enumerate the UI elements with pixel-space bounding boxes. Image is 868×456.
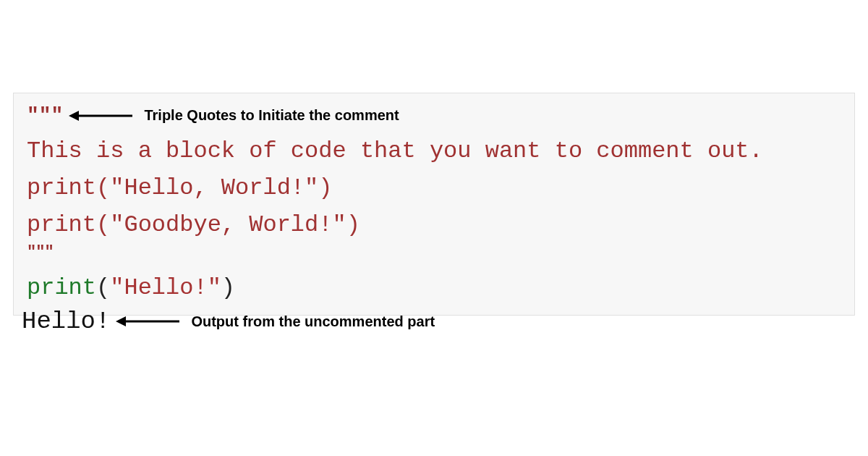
arrow-left-icon: [69, 109, 134, 123]
comment-paren-open: (: [96, 211, 110, 238]
svg-marker-1: [69, 111, 79, 121]
closing-triple-quote: """: [27, 242, 841, 263]
comment-line-3: print("Goodbye, World!"): [27, 209, 841, 240]
svg-marker-3: [116, 316, 126, 326]
arrow-left-icon: [116, 314, 181, 329]
comment-string: "Hello, World!": [110, 174, 318, 201]
close-paren: ): [221, 274, 235, 301]
open-paren: (: [96, 274, 110, 301]
active-code-line: print("Hello!"): [27, 272, 841, 303]
string-literal: "Hello!": [110, 274, 221, 301]
comment-line-1: This is a block of code that you want to…: [27, 135, 841, 166]
output-text: Hello!: [22, 308, 110, 335]
comment-paren-close: ): [318, 174, 332, 201]
print-identifier: print: [27, 274, 96, 301]
comment-ident: print: [27, 174, 96, 201]
opening-triple-quote-row: """ Triple Quotes to Initiate the commen…: [27, 102, 841, 130]
opening-triple-quote: """: [27, 102, 63, 130]
comment-line-2: print("Hello, World!"): [27, 172, 841, 203]
code-block: """ Triple Quotes to Initiate the commen…: [13, 93, 855, 316]
comment-ident: print: [27, 211, 96, 238]
comment-paren-open: (: [96, 174, 110, 201]
triple-quote-annotation: Triple Quotes to Initiate the comment: [144, 106, 399, 125]
output-row: Hello! Output from the uncommented part: [22, 308, 435, 335]
output-annotation: Output from the uncommented part: [191, 313, 435, 330]
comment-paren-close: ): [346, 211, 360, 238]
comment-string: "Goodbye, World!": [110, 211, 346, 238]
